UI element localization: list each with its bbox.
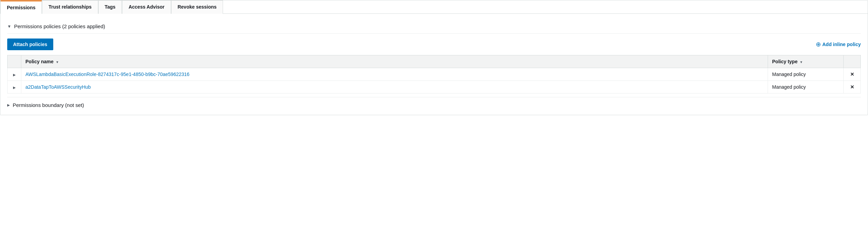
iam-permissions-panel: Permissions Trust relationships Tags Acc… bbox=[0, 0, 868, 115]
row-expand-cell-2[interactable]: ▶ bbox=[8, 81, 21, 94]
remove-policy-cell-2[interactable]: ✕ bbox=[844, 81, 861, 94]
remove-policy-icon-2[interactable]: ✕ bbox=[850, 84, 854, 90]
policy-type-cell-2: Managed policy bbox=[768, 81, 844, 94]
plus-icon: ⊕ bbox=[816, 41, 821, 48]
expand-arrow-icon[interactable]: ▶ bbox=[13, 73, 16, 77]
policy-type-sort-icon: ▾ bbox=[800, 60, 802, 64]
policy-table-body: ▶ AWSLambdaBasicExecutionRole-8274317c-9… bbox=[8, 68, 861, 94]
policy-table-header: Policy name ▾ Policy type ▾ bbox=[8, 55, 861, 68]
toolbar-row: Attach policies ⊕ Add inline policy bbox=[7, 34, 861, 55]
policy-name-cell-2: a2DataTapToAWSSecurityHub bbox=[21, 81, 768, 94]
tab-bar: Permissions Trust relationships Tags Acc… bbox=[0, 0, 868, 14]
permissions-chevron-icon: ▼ bbox=[7, 24, 11, 29]
policy-type-cell-1: Managed policy bbox=[768, 68, 844, 81]
policy-name-link-1[interactable]: AWSLambdaBasicExecutionRole-8274317c-95e… bbox=[25, 72, 189, 77]
table-row: ▶ AWSLambdaBasicExecutionRole-8274317c-9… bbox=[8, 68, 861, 81]
col-header-policy-name[interactable]: Policy name ▾ bbox=[21, 55, 768, 68]
tab-access-advisor[interactable]: Access Advisor bbox=[122, 0, 171, 14]
permissions-boundary-title: Permissions boundary (not set) bbox=[13, 102, 84, 108]
tab-tags[interactable]: Tags bbox=[98, 0, 122, 14]
remove-policy-cell-1[interactable]: ✕ bbox=[844, 68, 861, 81]
col-header-action bbox=[844, 55, 861, 68]
permissions-policies-section-header[interactable]: ▼ Permissions policies (2 policies appli… bbox=[7, 19, 861, 34]
policy-table: Policy name ▾ Policy type ▾ ▶ A bbox=[7, 55, 861, 94]
permissions-boundary-section[interactable]: ▶ Permissions boundary (not set) bbox=[7, 97, 861, 109]
permissions-policies-title: Permissions policies (2 policies applied… bbox=[14, 23, 105, 29]
attach-policies-button[interactable]: Attach policies bbox=[7, 39, 53, 50]
tab-trust-relationships[interactable]: Trust relationships bbox=[42, 0, 98, 14]
policy-name-link-2[interactable]: a2DataTapToAWSSecurityHub bbox=[25, 84, 91, 90]
add-inline-policy-link[interactable]: ⊕ Add inline policy bbox=[816, 41, 861, 48]
col-header-policy-type[interactable]: Policy type ▾ bbox=[768, 55, 844, 68]
expand-arrow-icon-2[interactable]: ▶ bbox=[13, 86, 16, 89]
add-inline-policy-label: Add inline policy bbox=[822, 42, 861, 47]
row-expand-cell[interactable]: ▶ bbox=[8, 68, 21, 81]
boundary-chevron-icon: ▶ bbox=[7, 103, 10, 107]
table-row: ▶ a2DataTapToAWSSecurityHub Managed poli… bbox=[8, 81, 861, 94]
tab-permissions[interactable]: Permissions bbox=[0, 0, 42, 14]
remove-policy-icon-1[interactable]: ✕ bbox=[850, 72, 854, 77]
policy-name-cell: AWSLambdaBasicExecutionRole-8274317c-95e… bbox=[21, 68, 768, 81]
tab-revoke-sessions[interactable]: Revoke sessions bbox=[171, 0, 223, 14]
policy-name-sort-icon: ▾ bbox=[56, 60, 58, 64]
tab-content-permissions: ▼ Permissions policies (2 policies appli… bbox=[0, 14, 868, 115]
col-header-expand bbox=[8, 55, 21, 68]
